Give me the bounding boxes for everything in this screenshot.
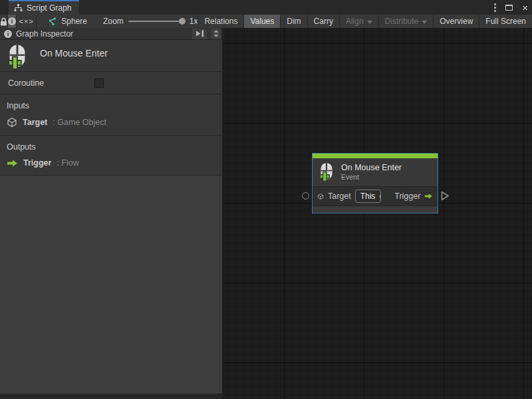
outputs-section: Outputs Trigger : Flow — [0, 136, 222, 176]
chevron-down-icon — [422, 21, 427, 24]
node-port-row: Target This Trigger — [313, 186, 438, 206]
node-input-label: Target — [328, 192, 351, 201]
maximize-icon[interactable] — [505, 5, 513, 11]
toolbar-toggles: Relations Values Dim Carry Align Distrib… — [198, 15, 532, 28]
output-port-name: Trigger — [23, 158, 51, 168]
code-preview-button[interactable]: <×> — [17, 15, 37, 28]
target-picker-icon — [380, 193, 381, 200]
flow-arrow-icon — [7, 159, 18, 168]
flow-arrow-icon — [424, 192, 433, 201]
node-subtitle: Event — [341, 173, 402, 182]
outputs-heading: Outputs — [0, 140, 222, 157]
window-menu-icon[interactable] — [494, 3, 496, 12]
unit-header: On Mouse Enter — [0, 40, 222, 72]
inputs-heading: Inputs — [0, 99, 222, 116]
zoom-label: Zoom — [103, 17, 124, 26]
unit-title: On Mouse Enter — [40, 48, 108, 59]
target-value-chip[interactable]: This — [355, 190, 382, 203]
input-port-name: Target — [23, 118, 47, 127]
graph-breadcrumb[interactable]: Sphere — [48, 15, 87, 28]
zoom-value: 1x — [190, 17, 198, 26]
carry-button[interactable]: Carry — [307, 15, 339, 28]
zoom-slider-handle[interactable] — [179, 18, 186, 25]
input-port-type: : Game Object — [53, 118, 106, 127]
overview-button[interactable]: Overview — [433, 15, 479, 28]
node-input-port[interactable] — [302, 192, 309, 200]
cube-icon — [7, 117, 17, 128]
arrow-down-icon[interactable] — [213, 35, 219, 37]
zoom-slider[interactable] — [128, 21, 184, 22]
arrow-up-icon[interactable] — [213, 30, 219, 33]
code-icon: <×> — [19, 17, 34, 25]
inspector-title: Graph Inspector — [16, 29, 188, 39]
inspector-bottom-strip — [0, 394, 222, 399]
chevron-down-icon — [367, 21, 372, 24]
input-port-row: Target : Game Object — [0, 116, 222, 129]
graph-toolbar: i <×> Sphere Zoom 1x Relations Values Di… — [0, 15, 532, 28]
inspector-header: i Graph Inspector — [0, 28, 222, 40]
dim-button[interactable]: Dim — [280, 15, 307, 28]
on-mouse-enter-icon — [5, 44, 29, 70]
tab-label: Script Graph — [27, 3, 71, 13]
align-dropdown[interactable]: Align — [339, 15, 378, 28]
inputs-section: Inputs Target : Game Object — [0, 94, 222, 136]
inspector-empty-area — [0, 176, 222, 394]
object-picker-button[interactable] — [380, 190, 381, 202]
lock-button[interactable] — [0, 15, 8, 28]
target-value: This — [356, 192, 380, 201]
graph-inspector-panel: i Graph Inspector On Mouse Enter Cor — [0, 28, 223, 399]
info-icon: i — [8, 17, 16, 25]
on-mouse-enter-icon — [318, 162, 335, 182]
info-icon: i — [4, 30, 12, 38]
inspector-toggle-button[interactable]: i — [8, 15, 17, 28]
fullscreen-button[interactable]: Full Screen — [479, 15, 532, 28]
tab-script-graph[interactable]: Script Graph — [9, 0, 79, 15]
graph-canvas[interactable]: On Mouse Enter Event Target This Trigger — [223, 28, 532, 399]
panel-scroll-spinner[interactable] — [211, 29, 221, 39]
output-port-type: : Flow — [57, 158, 78, 168]
dock-panel-button[interactable] — [192, 29, 207, 39]
node-on-mouse-enter[interactable]: On Mouse Enter Event Target This Trigger — [312, 153, 438, 213]
node-color-bar — [313, 154, 438, 158]
node-output-port[interactable] — [441, 191, 450, 201]
relations-button[interactable]: Relations — [198, 15, 243, 28]
distribute-dropdown[interactable]: Distribute — [378, 15, 434, 28]
coroutine-label: Coroutine — [8, 78, 44, 88]
node-footer — [313, 206, 438, 213]
output-port-row: Trigger : Flow — [0, 157, 222, 169]
coroutine-checkbox[interactable] — [94, 78, 104, 88]
graph-hierarchy-icon — [14, 4, 23, 12]
graph-name-label: Sphere — [61, 17, 87, 26]
title-bar: Script Graph × — [0, 0, 532, 15]
dock-right-icon — [196, 30, 204, 37]
coroutine-row: Coroutine — [0, 72, 222, 94]
values-button[interactable]: Values — [243, 15, 280, 28]
close-icon[interactable]: × — [522, 3, 528, 13]
node-header[interactable]: On Mouse Enter Event — [313, 158, 438, 186]
lock-icon — [0, 17, 7, 26]
node-output-label: Trigger — [394, 192, 420, 201]
node-title: On Mouse Enter — [341, 163, 402, 173]
cube-icon — [317, 192, 324, 201]
script-graph-icon — [48, 17, 57, 26]
